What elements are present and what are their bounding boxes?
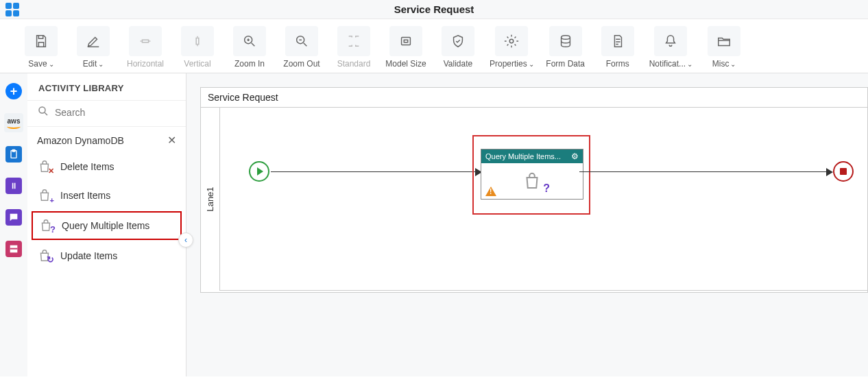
lane: Lane1 Query Multiple Items... ⚙ ? <box>201 108 867 291</box>
horizontal-icon <box>129 26 162 56</box>
activity-title: Query Multiple Items... <box>485 152 561 160</box>
standard-icon <box>337 26 370 56</box>
activity-node[interactable]: Query Multiple Items... ⚙ ? <box>481 149 583 200</box>
svg-rect-9 <box>10 248 18 250</box>
svg-point-5 <box>510 39 514 43</box>
save-button[interactable]: Save⌄ <box>21 26 62 69</box>
svg-point-6 <box>561 36 570 40</box>
activity-library-panel: ACTIVITY LIBRARY Amazon DynamoDB ✕ ✕ Del… <box>27 73 186 376</box>
activity-update-items[interactable]: ↻ Update Items <box>27 241 186 270</box>
svg-rect-1 <box>196 38 199 44</box>
question-icon: ? <box>543 182 550 195</box>
activity-label: Query Multiple Items <box>62 220 149 231</box>
bell-icon <box>654 26 687 56</box>
app-logo-icon[interactable] <box>4 1 21 18</box>
search-icon <box>37 105 49 119</box>
toolbar: Save⌄ Edit⌄ Horizontal Vertical Zoom In … <box>0 19 868 73</box>
edit-icon <box>77 26 110 56</box>
svg-rect-4 <box>402 38 411 45</box>
bag-icon: ✕ <box>37 159 52 174</box>
database-icon <box>549 26 582 56</box>
canvas-title: Service Request <box>201 88 867 108</box>
standard-button[interactable]: Standard <box>333 26 374 69</box>
category-header: Amazon DynamoDB ✕ <box>27 127 186 152</box>
sidebar-title: ACTIVITY LIBRARY <box>27 73 186 100</box>
title-bar: Service Request <box>0 0 868 19</box>
activity-label: Insert Items <box>60 190 110 201</box>
zoom-out-button[interactable]: Zoom Out <box>281 26 322 69</box>
add-button[interactable]: + <box>4 82 23 101</box>
document-icon <box>601 26 634 56</box>
forms-button[interactable]: Forms <box>597 26 638 69</box>
arrowhead-icon <box>826 168 833 176</box>
aws-tab[interactable]: aws <box>4 113 23 132</box>
vertical-icon <box>181 26 214 56</box>
page-title: Service Request <box>394 3 474 15</box>
warning-icon <box>485 187 496 196</box>
gear-icon <box>495 26 528 56</box>
zoom-out-icon <box>285 26 318 56</box>
search-row <box>27 100 186 127</box>
model-size-icon <box>389 26 422 56</box>
zoom-in-icon <box>233 26 266 56</box>
zoom-in-button[interactable]: Zoom In <box>229 26 270 69</box>
note-tab[interactable] <box>4 239 23 259</box>
start-node[interactable] <box>249 161 269 182</box>
properties-button[interactable]: Properties⌄ <box>490 26 534 69</box>
validate-button[interactable]: Validate <box>437 26 479 69</box>
activity-header: Query Multiple Items... ⚙ <box>481 149 583 163</box>
activity-label: Delete Items <box>60 161 114 172</box>
form-data-button[interactable]: Form Data <box>545 26 586 69</box>
collapse-sidebar-button[interactable]: ‹ <box>178 232 193 248</box>
connector <box>579 171 830 172</box>
edit-button[interactable]: Edit⌄ <box>73 26 114 69</box>
search-input[interactable] <box>55 107 176 118</box>
clipboard-tab[interactable] <box>4 145 23 164</box>
end-node[interactable] <box>833 161 854 182</box>
text-tab[interactable]: ⅠⅠ <box>4 176 23 195</box>
connector <box>271 171 477 172</box>
folder-icon <box>708 26 740 56</box>
lane-content[interactable]: Query Multiple Items... ⚙ ? <box>220 108 867 291</box>
gear-icon[interactable]: ⚙ <box>571 152 579 161</box>
chat-tab[interactable] <box>4 208 23 227</box>
notifications-button[interactable]: Notificat...⌄ <box>649 26 692 69</box>
misc-button[interactable]: Misc⌄ <box>703 26 745 69</box>
category-label: Amazon DynamoDB <box>37 135 124 146</box>
canvas-area: Service Request Lane1 Query Multiple Ite… <box>186 73 868 376</box>
left-rail: + aws ⅠⅠ <box>0 73 27 376</box>
svg-rect-8 <box>12 149 15 152</box>
bag-icon: + <box>37 188 52 203</box>
vertical-button[interactable]: Vertical <box>177 26 218 69</box>
save-icon <box>25 26 58 56</box>
validate-icon <box>442 26 474 56</box>
lane-label: Lane1 <box>201 108 220 291</box>
model-size-button[interactable]: Model Size <box>385 26 426 69</box>
activity-insert-items[interactable]: + Insert Items <box>27 181 186 210</box>
activity-body: ? <box>481 163 583 199</box>
bag-icon: ↻ <box>37 248 52 263</box>
activity-delete-items[interactable]: ✕ Delete Items <box>27 152 186 181</box>
svg-rect-0 <box>142 40 148 43</box>
close-icon[interactable]: ✕ <box>167 134 176 147</box>
svg-point-10 <box>39 107 45 113</box>
activity-label: Update Items <box>60 250 117 261</box>
horizontal-button[interactable]: Horizontal <box>125 26 166 69</box>
activity-query-multiple-items[interactable]: ? Query Multiple Items <box>32 211 182 240</box>
process-canvas[interactable]: Service Request Lane1 Query Multiple Ite… <box>200 87 868 293</box>
bag-icon: ? <box>38 218 53 233</box>
